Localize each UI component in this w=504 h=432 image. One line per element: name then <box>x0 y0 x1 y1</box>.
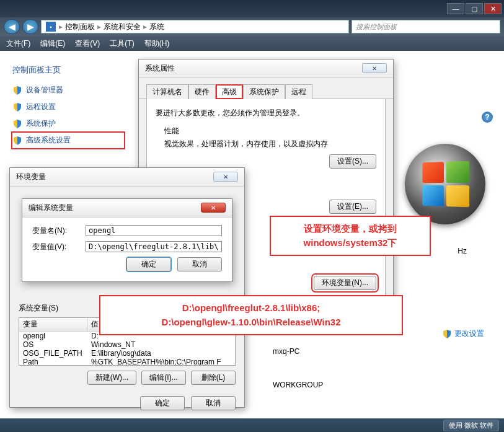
variable-value-label: 变量值(V): <box>32 242 79 252</box>
shield-icon <box>12 119 22 129</box>
menu-edit[interactable]: 编辑(E) <box>40 38 65 49</box>
ok-button[interactable]: 确定 <box>140 396 185 410</box>
dialog-title: 环境变量 <box>16 172 46 182</box>
dialog-title: 系统属性 <box>145 63 175 74</box>
taskbar: 使用 微软 软件 <box>0 418 504 432</box>
variable-name-input[interactable] <box>86 225 222 236</box>
new-button[interactable]: 新建(W)... <box>87 371 136 385</box>
menu-help[interactable]: 帮助(H) <box>144 38 170 49</box>
search-input[interactable]: 搜索控制面板 <box>351 20 500 33</box>
chevron-right-icon: ▸ <box>143 22 147 31</box>
shield-icon <box>12 136 22 146</box>
performance-settings-button[interactable]: 设置(S)... <box>329 154 376 169</box>
frequency-label: Hz <box>458 247 467 255</box>
crumb-system-security[interactable]: 系统和安全 <box>104 22 141 32</box>
computer-name-value: mxq-PC <box>273 347 299 356</box>
crumb-system[interactable]: 系统 <box>149 22 164 32</box>
shield-icon <box>12 86 22 95</box>
chevron-right-icon: ▸ <box>59 22 63 31</box>
list-row[interactable]: Path%GTK_BASEPATH%\bin;C:\Program F <box>19 358 235 366</box>
maximize-button[interactable]: ▢ <box>466 3 483 14</box>
sidebar-item-system-protection[interactable]: 系统保护 <box>0 115 136 132</box>
sidebar-item-remote-settings[interactable]: 远程设置 <box>0 99 136 115</box>
menu-view[interactable]: 查看(V) <box>75 38 100 49</box>
tab-remote[interactable]: 远程 <box>285 84 312 99</box>
annotation-path-line-2: D:\opengl\glew-1.10.0\bin\Release\Win32 <box>109 315 393 330</box>
tab-advanced[interactable]: 高级 <box>216 84 243 99</box>
window-titlebar: — ▢ ✕ <box>0 0 504 17</box>
taskbar-button[interactable]: 使用 微软 软件 <box>443 420 499 431</box>
edit-button[interactable]: 编辑(I)... <box>141 371 186 385</box>
dialog-titlebar: 编辑系统变量 ✕ <box>22 199 232 218</box>
change-settings-link[interactable]: 更改设置 <box>442 328 484 339</box>
profile-settings-button[interactable]: 设置(E)... <box>329 200 376 214</box>
variable-name-label: 变量名(N): <box>32 226 79 236</box>
tab-strip: 计算机名 硬件 高级 系统保护 远程 <box>139 78 393 99</box>
tab-hardware[interactable]: 硬件 <box>188 84 216 99</box>
ok-button[interactable]: 确定 <box>126 257 171 271</box>
help-icon[interactable]: ? <box>482 112 493 123</box>
environment-variables-button[interactable]: 环境变量(N)... <box>314 276 376 290</box>
sidebar-item-advanced-system-settings[interactable]: 高级系统设置 <box>11 131 125 149</box>
header-variable[interactable]: 变量 <box>19 318 87 331</box>
shield-icon <box>442 329 452 339</box>
crumb-control-panel[interactable]: 控制面板 <box>65 22 95 32</box>
minimize-button[interactable]: — <box>447 3 464 14</box>
list-button-row: 新建(W)... 编辑(I)... 删除(L) <box>19 371 236 385</box>
close-icon[interactable]: ✕ <box>213 172 238 182</box>
chevron-right-icon: ▸ <box>97 22 101 31</box>
menu-tools[interactable]: 工具(T) <box>110 38 134 49</box>
list-row[interactable]: OSG_FILE_PATHE:\library\osg\data <box>19 349 235 358</box>
sidebar-item-label: 设备管理器 <box>26 85 63 95</box>
close-icon[interactable]: ✕ <box>362 63 387 73</box>
tab-system-protection[interactable]: 系统保护 <box>243 84 285 99</box>
tab-computer-name[interactable]: 计算机名 <box>146 84 188 99</box>
forward-button[interactable]: ▶ <box>22 19 38 34</box>
cancel-button[interactable]: 取消 <box>177 257 222 271</box>
annotation-path-line-1: D:\opengl\freeglut-2.8.1\lib\x86; <box>109 301 393 315</box>
menu-bar: 文件(F) 编辑(E) 查看(V) 工具(T) 帮助(H) <box>0 36 504 51</box>
breadcrumb[interactable]: ▪ ▸ 控制面板 ▸ 系统和安全 ▸ 系统 <box>41 20 349 33</box>
group-title: 性能 <box>156 126 376 136</box>
variable-value-input[interactable] <box>86 241 222 252</box>
close-icon[interactable]: ✕ <box>201 203 226 213</box>
back-button[interactable]: ◀ <box>4 19 20 34</box>
dialog-titlebar: 系统属性 ✕ <box>139 60 393 78</box>
admin-note: 要进行大多数更改，您必须作为管理员登录。 <box>156 108 376 118</box>
dialog-button-row: 确定 取消 <box>19 396 236 410</box>
address-bar: ◀ ▶ ▪ ▸ 控制面板 ▸ 系统和安全 ▸ 系统 搜索控制面板 <box>0 17 504 36</box>
control-panel-icon: ▪ <box>45 21 56 32</box>
delete-button[interactable]: 删除(L) <box>191 371 236 385</box>
list-row[interactable]: OSWindows_NT <box>19 340 235 349</box>
dialog-titlebar: 环境变量 ✕ <box>10 168 244 187</box>
sidebar-item-label: 高级系统设置 <box>26 135 71 146</box>
annotation-env-instruction: 设置环境变量，或拷到windows/system32下 <box>270 216 431 256</box>
sidebar-title: 控制面板主页 <box>0 61 136 82</box>
sidebar-item-device-manager[interactable]: 设备管理器 <box>0 82 136 99</box>
close-button[interactable]: ✕ <box>484 3 502 14</box>
cancel-button[interactable]: 取消 <box>191 396 236 410</box>
shield-icon <box>12 102 22 112</box>
windows-logo <box>405 144 485 224</box>
group-desc: 视觉效果，处理器计划，内存使用，以及虚拟内存 <box>156 139 376 149</box>
workgroup-value: WORKGROUP <box>273 381 323 389</box>
menu-file[interactable]: 文件(F) <box>6 38 30 49</box>
dialog-body: 变量名(N): 变量值(V): 确定 取消 <box>22 218 232 279</box>
dialog-title: 编辑系统变量 <box>29 203 73 213</box>
sidebar-item-label: 系统保护 <box>26 118 56 129</box>
edit-system-variable-dialog: 编辑系统变量 ✕ 变量名(N): 变量值(V): 确定 取消 <box>22 198 232 282</box>
sidebar-item-label: 远程设置 <box>26 102 56 112</box>
performance-group: 性能 视觉效果，处理器计划，内存使用，以及虚拟内存 设置(S)... <box>156 126 376 169</box>
annotation-paths: D:\opengl\freeglut-2.8.1\lib\x86; D:\ope… <box>99 295 403 335</box>
